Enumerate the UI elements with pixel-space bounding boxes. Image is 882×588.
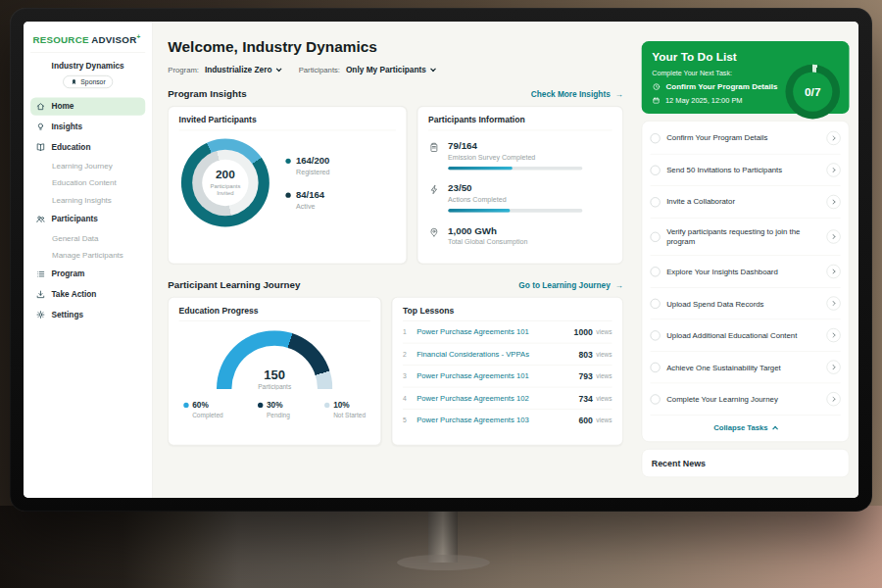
go-to-learning-journey-link[interactable]: Go to Learning Journey → — [518, 280, 622, 289]
todo-progress-value: 0/7 — [805, 85, 820, 99]
card-title: Invited Participants — [179, 115, 396, 130]
sidebar-item-label: Learning Journey — [52, 162, 113, 171]
task-checkbox-icon[interactable] — [651, 165, 661, 174]
todo-task[interactable]: Achieve One Sustainability Target — [651, 352, 841, 384]
sidebar-item-insights[interactable]: Insights — [30, 118, 145, 135]
check-more-insights-link[interactable]: Check More Insights → — [531, 89, 623, 98]
sidebar-item-label: Take Action — [51, 289, 96, 298]
logo-plus: + — [136, 33, 140, 40]
legend-item-active: 84/164 Active — [285, 190, 329, 211]
sidebar-item-label: Education — [51, 142, 90, 151]
chevron-right-icon[interactable] — [826, 392, 840, 406]
sidebar-item-label: Learning Insights — [52, 195, 112, 204]
sidebar-item-take-action[interactable]: Take Action — [30, 285, 145, 303]
todo-task[interactable]: Upload Additional Educational Content — [651, 319, 841, 352]
donut-center-label: Participants Invited — [206, 182, 244, 197]
sidebar-item-program[interactable]: Program — [30, 265, 145, 282]
lesson-link[interactable]: Power Purchase Agreements 103 — [416, 416, 578, 424]
chevron-right-icon[interactable] — [826, 361, 840, 374]
task-checkbox-icon[interactable] — [651, 299, 661, 309]
program-select[interactable]: Industrialize Zero — [205, 65, 281, 74]
legend-item-not-started: 10% Not Started — [324, 400, 366, 417]
invited-participants-card: Invited Participants 200 Participants In… — [168, 106, 407, 264]
legend-dot — [285, 159, 290, 164]
award-icon — [71, 78, 77, 85]
task-checkbox-icon[interactable] — [651, 330, 661, 340]
task-label: Send 50 Invitations to Participants — [666, 165, 820, 174]
todo-task[interactable]: Send 50 Invitations to Participants — [651, 154, 841, 186]
task-checkbox-icon[interactable] — [651, 394, 661, 404]
sidebar-item-label: Home — [51, 102, 74, 111]
main-content: Welcome, Industry Dynamics Program: Indu… — [153, 22, 638, 498]
sidebar-item-general-data[interactable]: General Data — [30, 230, 145, 246]
lesson-rank: 1 — [403, 328, 416, 335]
sidebar-item-participants[interactable]: Participants — [30, 210, 145, 227]
todo-progress-ring: 0/7 — [785, 65, 840, 120]
todo-task[interactable]: Verify participants requesting to join t… — [651, 219, 841, 257]
legend-item-completed: 60% Completed — [183, 400, 222, 417]
todo-task[interactable]: Upload Spend Data Records — [651, 288, 841, 320]
sidebar-item-home[interactable]: Home — [30, 97, 145, 115]
chevron-right-icon[interactable] — [826, 131, 840, 145]
task-checkbox-icon[interactable] — [651, 232, 661, 242]
lesson-rank: 5 — [403, 416, 416, 423]
sidebar-item-learning-journey[interactable]: Learning Journey — [30, 158, 145, 173]
lesson-views: 600 — [578, 416, 592, 424]
todo-task[interactable]: Confirm Your Program Details — [651, 122, 841, 155]
home-icon — [35, 101, 45, 111]
lesson-link[interactable]: Financial Considerations - VPPAs — [416, 350, 578, 359]
lesson-views: 793 — [578, 371, 592, 380]
chevron-right-icon[interactable] — [826, 229, 840, 243]
chevron-right-icon[interactable] — [826, 163, 840, 176]
chevron-right-icon[interactable] — [826, 297, 840, 311]
legend-value: 84/164 — [296, 190, 324, 201]
monitor-stand-base — [397, 555, 490, 570]
invited-legend: 164/200 Registered 84/164 Active — [285, 156, 329, 211]
task-checkbox-icon[interactable] — [651, 197, 661, 207]
participants-select[interactable]: Only My Participants — [346, 65, 435, 74]
participants-information-card: Participants Information 79/164 Emission… — [417, 106, 623, 264]
task-checkbox-icon[interactable] — [651, 133, 661, 143]
info-label: Total Global Consumption — [448, 238, 527, 246]
task-label: Achieve One Sustainability Target — [666, 363, 820, 372]
todo-task[interactable]: Invite a Collaborator — [651, 186, 841, 219]
legend-item-pending: 30% Pending — [258, 400, 290, 417]
task-checkbox-icon[interactable] — [651, 267, 661, 276]
link-label: Check More Insights — [531, 89, 611, 98]
page-title: Welcome, Industry Dynamics — [168, 38, 622, 56]
todo-header-card: Your To Do List Complete Your Next Task:… — [642, 41, 850, 114]
education-progress-card: Education Progress 150 Participants 60% … — [168, 297, 381, 445]
lesson-link[interactable]: Power Purchase Agreements 102 — [416, 394, 578, 403]
todo-next-date: 12 May 2025, 12:00 PM — [652, 96, 788, 104]
legend-label: Active — [296, 202, 324, 210]
info-value: 79/164 — [448, 140, 582, 151]
sponsor-badge[interactable]: Sponsor — [63, 75, 113, 88]
invited-donut-chart: 200 Participants Invited — [181, 139, 270, 227]
todo-panel: Your To Do List Complete Your Next Task:… — [638, 22, 858, 498]
todo-task[interactable]: Complete Your Learning Journey — [651, 383, 841, 416]
sidebar-item-education[interactable]: Education — [30, 138, 145, 156]
sidebar-item-learning-insights[interactable]: Learning Insights — [30, 192, 145, 208]
sidebar-item-settings[interactable]: Settings — [30, 306, 145, 323]
task-label: Upload Spend Data Records — [666, 299, 820, 309]
chevron-right-icon[interactable] — [826, 328, 840, 342]
todo-task[interactable]: Explore Your Insights Dashboard — [651, 256, 841, 288]
list-icon — [35, 269, 45, 278]
download-action-icon — [35, 289, 45, 299]
task-checkbox-icon[interactable] — [651, 363, 661, 372]
lesson-row: 5 Power Purchase Agreements 103 600 view… — [403, 410, 612, 431]
legend-value: 30% — [267, 400, 283, 409]
lesson-link[interactable]: Power Purchase Agreements 101 — [416, 371, 578, 380]
lesson-link[interactable]: Power Purchase Agreements 101 — [416, 327, 573, 336]
collapse-tasks-button[interactable]: Collapse Tasks — [651, 416, 841, 440]
legend-value: 164/200 — [296, 156, 329, 167]
info-row-consumption: 1,000 GWh Total Global Consumption — [428, 219, 612, 258]
chevron-right-icon[interactable] — [826, 265, 840, 278]
chevron-right-icon[interactable] — [826, 195, 840, 209]
lesson-row: 4 Power Purchase Agreements 102 734 view… — [403, 387, 612, 409]
progress-bar — [448, 209, 582, 213]
clipboard-icon — [428, 141, 440, 153]
sidebar-item-label: Program — [51, 270, 84, 278]
sidebar-item-education-content[interactable]: Education Content — [30, 174, 145, 190]
sidebar-item-manage-participants[interactable]: Manage Participants — [30, 247, 145, 263]
